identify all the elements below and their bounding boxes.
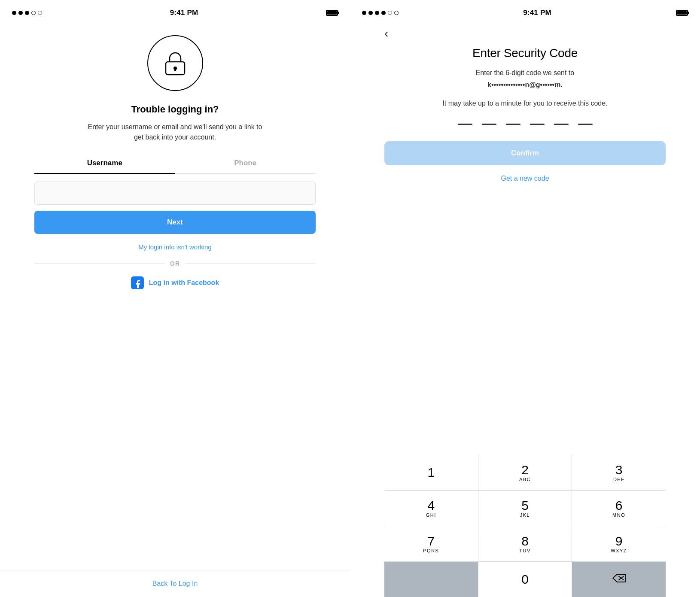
battery-fill-2 (677, 11, 687, 15)
or-line-left (34, 264, 165, 264)
security-desc-line1: Enter the 6-digit code we sent to (476, 68, 574, 79)
lock-icon-circle (147, 35, 203, 91)
facebook-icon (131, 276, 144, 289)
security-title: Enter Security Code (472, 46, 578, 60)
code-dash-2 (482, 124, 496, 125)
numpad-key-5[interactable]: 5 JKL (478, 491, 572, 526)
facebook-login-row[interactable]: Log in with Facebook (131, 276, 219, 289)
numpad-key-8[interactable]: 8 TUV (478, 526, 572, 561)
numpad-key-0[interactable]: 0 (478, 562, 572, 597)
get-new-code-link[interactable]: Get a new code (501, 175, 549, 182)
code-dashes (458, 124, 593, 125)
numpad-key-backspace[interactable] (572, 562, 666, 597)
confirm-button[interactable]: Confirm (384, 141, 666, 165)
battery-area (326, 10, 338, 16)
numpad-key-2[interactable]: 2 ABC (478, 455, 572, 490)
back-to-login-link[interactable]: Back To Log In (0, 580, 350, 588)
facebook-login-text: Log in with Facebook (149, 279, 219, 287)
screens-container: 9:41 PM Trouble logging in? Enter your u… (0, 0, 700, 597)
dot-2 (18, 11, 23, 15)
dot2-4 (381, 11, 386, 15)
code-dash-5 (554, 124, 569, 125)
screen2-content: ‹ Enter Security Code Enter the 6-digit … (350, 22, 700, 597)
trouble-desc: Enter your username or email and we'll s… (85, 122, 265, 142)
login-info-link[interactable]: My login info isn't working (138, 243, 211, 251)
trouble-title: Trouble logging in? (131, 104, 219, 115)
numpad: 1 2 ABC 3 DEF 4 GHI 5 JKL (384, 455, 666, 597)
email-obfuscated: k••••••••••••••n@g••••••m. (487, 81, 563, 88)
screen1-content: Trouble logging in? Enter your username … (0, 22, 350, 570)
time-display-2: 9:41 PM (523, 9, 551, 17)
dot2-5 (388, 11, 392, 15)
security-email: k••••••••••••••n@g••••••m. (487, 81, 563, 89)
signal-dots (12, 11, 42, 15)
numpad-key-7[interactable]: 7 PQRS (384, 526, 478, 561)
username-input[interactable] (34, 182, 316, 205)
screen-trouble-login: 9:41 PM Trouble logging in? Enter your u… (0, 0, 350, 597)
code-dash-1 (458, 124, 472, 125)
battery-icon (326, 10, 338, 16)
dot2-6 (394, 11, 399, 15)
signal-dots-2 (362, 11, 399, 15)
dot-5 (38, 11, 42, 15)
lock-icon (164, 51, 186, 76)
screen-security-code: 9:41 PM ‹ Enter Security Code Enter the … (350, 0, 700, 597)
code-dash-4 (530, 124, 545, 125)
dot-3 (25, 11, 29, 15)
numpad-key-3[interactable]: 3 DEF (572, 455, 666, 490)
dot2-2 (368, 11, 373, 15)
status-bar-left: 9:41 PM (0, 0, 350, 22)
numpad-key-4[interactable]: 4 GHI (384, 491, 478, 526)
code-dash-3 (506, 124, 520, 125)
numpad-key-1[interactable]: 1 (384, 455, 478, 490)
or-line-right (185, 264, 316, 264)
or-text: OR (170, 260, 180, 267)
dot2-1 (362, 11, 366, 15)
numpad-key-empty (384, 562, 478, 597)
time-display: 9:41 PM (170, 9, 198, 17)
back-button[interactable]: ‹ (384, 22, 388, 40)
code-dash-6 (578, 124, 593, 125)
tabs-row: Username Phone (34, 155, 316, 174)
tab-username[interactable]: Username (34, 155, 175, 173)
dot2-3 (375, 11, 379, 15)
security-timing: It may take up to a minute for you to re… (442, 98, 607, 109)
dot-4 (31, 11, 36, 15)
numpad-key-9[interactable]: 9 WXYZ (572, 526, 666, 561)
battery-area-2 (676, 10, 688, 16)
tab-phone[interactable]: Phone (175, 155, 316, 173)
svg-rect-2 (174, 68, 176, 71)
status-bar-right: 9:41 PM (350, 0, 700, 22)
numpad-key-6[interactable]: 6 MNO (572, 491, 666, 526)
or-divider: OR (34, 260, 316, 267)
screen1-footer: Back To Log In (0, 570, 350, 597)
backspace-icon (612, 573, 626, 585)
battery-icon-2 (676, 10, 688, 16)
dot-1 (12, 11, 16, 15)
battery-fill (327, 11, 337, 15)
next-button[interactable]: Next (34, 211, 316, 234)
